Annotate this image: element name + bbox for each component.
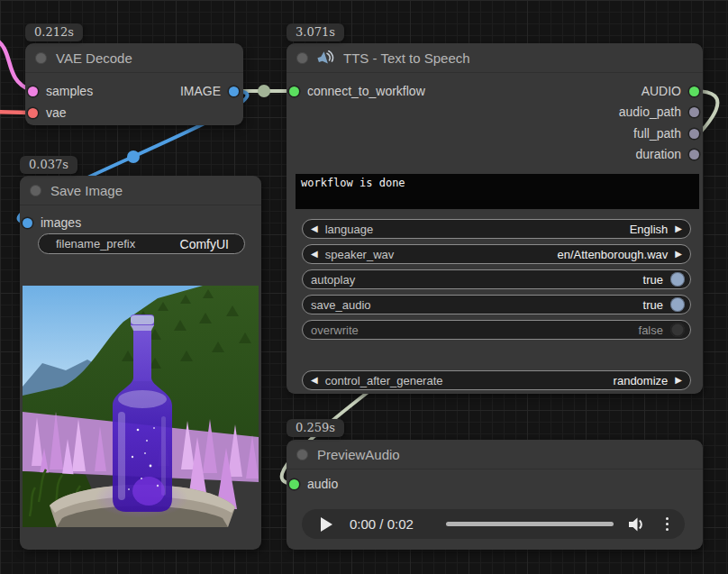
toggle-dot-icon[interactable] [670,297,685,312]
seek-bar[interactable] [446,522,614,526]
widget-filename-prefix[interactable]: filename_prefix ComfyUI [38,233,245,254]
input-vae[interactable]: vae [28,104,67,122]
node-header[interactable]: VAE Decode [25,43,243,73]
node-title: PreviewAudio [317,447,400,462]
node-title: TTS - Text to Speech [343,50,470,66]
speaker-icon [317,50,334,66]
increment-arrow-icon[interactable]: ▶ [675,224,682,233]
collapse-dot-icon[interactable] [296,449,308,460]
kebab-menu-icon[interactable] [664,515,671,533]
collapse-dot-icon[interactable] [30,185,41,196]
widget-overwrite[interactable]: overwrite false [302,320,691,340]
node-tts[interactable]: TTS - Text to Speech connect_to_workflow… [287,43,703,394]
output-image[interactable]: IMAGE [180,82,239,100]
widget-autoplay[interactable]: autoplay true [302,269,691,289]
node-header[interactable]: PreviewAudio [287,440,703,469]
output-duration[interactable]: duration [635,145,699,163]
node-title: VAE Decode [56,50,132,66]
decrement-arrow-icon[interactable]: ◀ [311,224,318,233]
node-save-image[interactable]: Save Image images filename_prefix ComfyU… [20,176,261,550]
node-graph-canvas[interactable]: 0.212s 3.071s 0.037s 0.259s VAE Decode s… [0,0,728,574]
node-header[interactable]: Save Image [20,176,261,205]
port-dot-icon[interactable] [689,87,699,96]
increment-arrow-icon[interactable]: ▶ [675,376,682,385]
audio-player[interactable]: 0:00 / 0:02 [302,509,685,539]
widget-save-audio[interactable]: save_audio true [302,295,691,314]
collapse-dot-icon[interactable] [296,52,308,64]
output-audio-path[interactable]: audio_path [619,103,699,121]
play-icon[interactable] [321,517,332,532]
node-header[interactable]: TTS - Text to Speech [287,43,703,73]
playback-time: 0:00 / 0:02 [350,516,414,532]
widget-speaker-wav[interactable]: ◀ speaker_wav en/Attenborough.wav ▶ [302,244,691,264]
exec-time-badge: 0.259s [287,419,344,437]
exec-time-badge: 3.071s [287,23,344,41]
input-samples[interactable]: samples [28,82,93,100]
port-dot-icon[interactable] [689,107,699,117]
widget-control-after-generate[interactable]: ◀ control_after_generate randomize ▶ [302,370,691,390]
increment-arrow-icon[interactable]: ▶ [675,250,682,259]
image-preview [23,286,259,527]
input-connect-to-workflow[interactable]: connect_to_workflow [289,82,425,100]
port-dot-icon[interactable] [289,479,299,489]
toggle-dot-icon[interactable] [670,323,685,337]
node-title: Save Image [50,183,123,198]
wire-midpoint-dot [258,85,270,97]
volume-icon[interactable] [627,516,645,533]
wire-midpoint-dot [127,150,140,163]
toggle-dot-icon[interactable] [670,272,685,287]
decrement-arrow-icon[interactable]: ◀ [311,250,318,259]
node-vae-decode[interactable]: VAE Decode samples vae IMAGE [25,43,243,125]
port-dot-icon[interactable] [23,218,32,228]
decrement-arrow-icon[interactable]: ◀ [311,376,318,385]
port-dot-icon[interactable] [689,129,699,139]
input-images[interactable]: images [23,214,81,232]
output-full-path[interactable]: full_path [633,124,699,142]
exec-time-badge: 0.037s [20,156,77,174]
port-dot-icon[interactable] [689,150,699,159]
input-audio[interactable]: audio [289,475,338,493]
port-dot-icon[interactable] [28,87,38,96]
exec-time-badge: 0.212s [25,23,83,41]
node-preview-audio[interactable]: PreviewAudio audio 0:00 / 0:02 [287,440,703,550]
port-dot-icon[interactable] [28,108,38,118]
status-textbox[interactable]: workflow is done [296,174,699,209]
widget-language[interactable]: ◀ language English ▶ [302,219,691,239]
collapse-dot-icon[interactable] [35,52,47,64]
output-audio[interactable]: AUDIO [642,82,699,100]
port-dot-icon[interactable] [229,87,239,96]
port-dot-icon[interactable] [289,87,299,96]
